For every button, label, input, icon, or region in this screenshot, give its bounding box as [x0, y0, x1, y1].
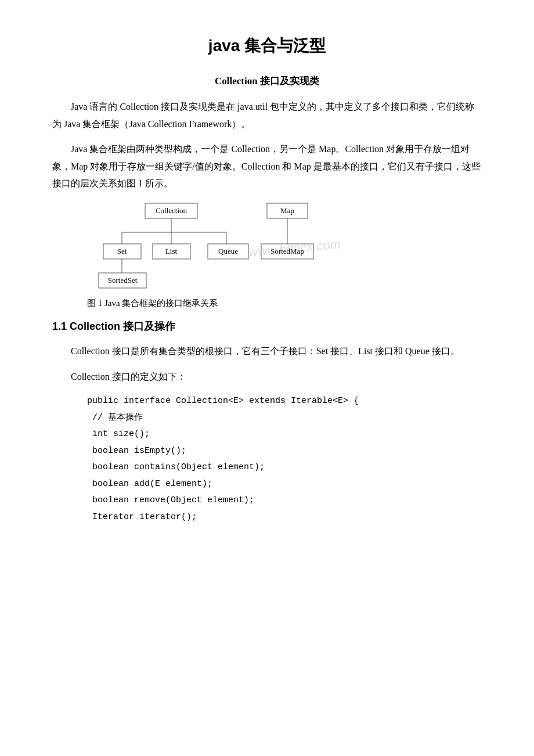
code-line-2: // 基本操作: [87, 410, 482, 427]
code-line-8: Iterator iterator();: [87, 509, 482, 526]
section1: Collection 接口及实现类 Java 语言的 Collection 接口…: [52, 74, 482, 309]
diagram-caption: 图 1 Java 集合框架的接口继承关系: [52, 298, 482, 309]
svg-text:Map: Map: [280, 206, 294, 215]
svg-text:SortedMap: SortedMap: [270, 247, 304, 255]
svg-text:List: List: [165, 247, 178, 255]
svg-text:Set: Set: [117, 247, 127, 255]
section1-para1: Java 语言的 Collection 接口及实现类是在 java.util 包…: [52, 98, 482, 132]
svg-text:SortedSet: SortedSet: [108, 276, 138, 285]
code-line-6: boolean add(E element);: [87, 476, 482, 493]
main-title: java 集合与泛型: [52, 35, 482, 57]
section1-title: Collection 接口及实现类: [52, 74, 482, 88]
svg-text:Collection: Collection: [156, 206, 187, 215]
code-line-4: boolean isEmpty();: [87, 443, 482, 460]
section2-title: 1.1 Collection 接口及操作: [52, 319, 482, 333]
code-line-5: boolean contains(Object element);: [87, 459, 482, 476]
svg-text:Queue: Queue: [218, 247, 238, 255]
inheritance-diagram: Collection Map Set List: [87, 200, 377, 293]
page: java 集合与泛型 Collection 接口及实现类 Java 语言的 Co…: [0, 0, 534, 756]
section2: 1.1 Collection 接口及操作 Collection 接口是所有集合类…: [52, 319, 482, 525]
code-line-1: public interface Collection<E> extends I…: [87, 393, 482, 410]
diagram-wrapper: Collection Map Set List: [52, 200, 482, 293]
code-line-7: boolean remove(Object element);: [87, 492, 482, 509]
code-line-3: int size();: [87, 426, 482, 443]
section1-para2: Java 集合框架由两种类型构成，一个是 Collection，另一个是 Map…: [52, 141, 482, 192]
code-block: public interface Collection<E> extends I…: [52, 393, 482, 525]
section2-para1: Collection 接口是所有集合类型的根接口，它有三个子接口：Set 接口、…: [52, 343, 482, 360]
section2-para2: Collection 接口的定义如下：: [52, 368, 482, 386]
